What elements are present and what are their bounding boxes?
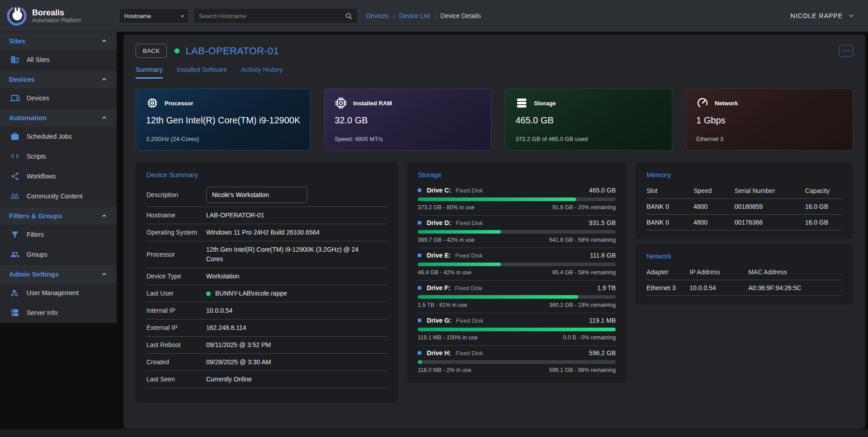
drive-used: 1.5 TB - 81% in use bbox=[418, 302, 467, 308]
nav-item-label: Community Content bbox=[27, 193, 83, 200]
drive-type: Fixed Disk bbox=[456, 220, 483, 226]
drive-usage-bar bbox=[418, 328, 616, 331]
memory-table-row: BANK 0 4800 00176366 16.0 GB bbox=[646, 215, 842, 230]
drive-size: 931.5 GB bbox=[589, 219, 616, 226]
breadcrumb-device-list[interactable]: Device List bbox=[399, 12, 430, 19]
network-table-row: Ethernet 3 10.0.0.54 A0:36:9F:94:26:5C bbox=[646, 280, 842, 296]
sidebar-section-filters-groups: Filters & Groups Filters Groups bbox=[0, 207, 117, 265]
drive-used: 116.0 MB - 2% in use bbox=[418, 367, 472, 373]
sidebar-item-groups[interactable]: Groups bbox=[0, 244, 117, 264]
nav-item-label: Devices bbox=[27, 94, 49, 102]
cell-mac: A0:36:9F:94:26:5C bbox=[748, 284, 842, 291]
drive-type: Fixed Disk bbox=[456, 317, 483, 324]
back-button[interactable]: BACK bbox=[136, 44, 167, 58]
tab-summary[interactable]: Summary bbox=[136, 66, 163, 79]
drive-size: 111.8 GB bbox=[590, 252, 616, 259]
user-menu[interactable]: NICOLE RAPPE bbox=[791, 12, 854, 19]
stat-card-network: Network 1 Gbps Ethernet 3 bbox=[686, 89, 853, 150]
drive-remaining: 0.0 B - 0% remaining bbox=[563, 334, 616, 341]
nav-item-label: Scripts bbox=[27, 153, 46, 160]
drive-type: Fixed Disk bbox=[456, 350, 483, 357]
drive-name: Drive D: bbox=[427, 219, 451, 226]
summary-row-hostname: Hostname LAB-OPERATOR-01 bbox=[146, 207, 387, 224]
summary-row-device-type: Device Type Workstation bbox=[146, 268, 387, 285]
row-value: 09/11/2025 @ 3:52 PM bbox=[206, 340, 387, 350]
sidebar-item-filters[interactable]: Filters bbox=[0, 225, 117, 244]
stat-cards: Processor 12th Gen Intel(R) Core(TM) i9-… bbox=[136, 89, 853, 150]
nav-item-label: User Management bbox=[27, 289, 79, 296]
stat-label: Storage bbox=[534, 100, 556, 107]
sidebar-item-devices[interactable]: Devices bbox=[0, 88, 117, 108]
memory-table-row: BANK 0 4800 00180859 16.0 GB bbox=[646, 199, 842, 215]
network-table-header: Adapter IP Address MAC Address bbox=[646, 264, 842, 280]
sidebar-header-admin-settings[interactable]: Admin Settings bbox=[0, 265, 117, 283]
right-column: Memory Slot Speed Serial Number Capacity… bbox=[636, 162, 853, 305]
nav-item-label: Server Info bbox=[27, 309, 57, 316]
device-details-card: BACK LAB-OPERATOR-01 ⋯ Summary Installed… bbox=[123, 34, 865, 429]
breadcrumb-devices[interactable]: Devices bbox=[366, 12, 389, 19]
tab-activity-history[interactable]: Activity History bbox=[241, 66, 283, 79]
stat-footer: 3.20GHz (24-Cores) bbox=[146, 136, 300, 142]
stat-value: 12th Gen Intel(R) Core(TM) i9-12900K bbox=[146, 115, 300, 126]
filter-select-value: Hostname bbox=[124, 13, 151, 19]
sidebar-item-scheduled-jobs[interactable]: Scheduled Jobs bbox=[0, 127, 117, 146]
user-gear-icon bbox=[10, 288, 19, 297]
drive-remaining: 65.4 GB - 58% remaining bbox=[552, 269, 616, 276]
sidebar-header-automation[interactable]: Automation bbox=[0, 108, 117, 127]
row-label: Device Type bbox=[146, 272, 200, 281]
panel-title: Network bbox=[646, 252, 842, 260]
tab-installed-software[interactable]: Installed Software bbox=[177, 66, 227, 79]
breadcrumb-separator: › bbox=[434, 12, 436, 20]
cell-speed: 4800 bbox=[693, 203, 735, 210]
nav-item-label: Scheduled Jobs bbox=[27, 133, 72, 140]
sidebar-section-admin-settings: Admin Settings User Management Server In… bbox=[0, 265, 117, 323]
sidebar-item-community-content[interactable]: Community Content bbox=[0, 186, 117, 206]
memory-panel: Memory Slot Speed Serial Number Capacity… bbox=[636, 162, 853, 239]
user-name: NICOLE RAPPE bbox=[791, 12, 843, 19]
sidebar-item-all-sites[interactable]: All Sites bbox=[0, 50, 117, 70]
sidebar-item-server-info[interactable]: Server Info bbox=[0, 303, 117, 323]
hostname-filter-select[interactable]: Hostname ▾ bbox=[119, 8, 189, 23]
brand-name: Borealis bbox=[32, 8, 81, 18]
section-label: Sites bbox=[9, 37, 25, 45]
row-value: 10.0.0.54 bbox=[206, 306, 387, 315]
sidebar-header-devices[interactable]: Devices bbox=[0, 70, 117, 88]
row-value: LAB-OPERATOR-01 bbox=[206, 211, 387, 220]
drive-remaining: 360.2 GB - 19% remaining bbox=[549, 302, 616, 308]
footer-strip bbox=[0, 429, 868, 437]
drive-used: 389.7 GB - 42% in use bbox=[418, 237, 475, 243]
sidebar-item-user-management[interactable]: User Management bbox=[0, 283, 117, 303]
memory-table-header: Slot Speed Serial Number Capacity bbox=[646, 183, 842, 199]
summary-row-os: Operating System Windows 11 Pro 24H2 Bui… bbox=[146, 224, 387, 241]
drive-size: 1.9 TB bbox=[597, 284, 616, 291]
description-input[interactable] bbox=[206, 187, 307, 203]
drive-bullet-icon bbox=[418, 221, 421, 225]
nav-item-label: Groups bbox=[27, 251, 47, 258]
caret-down-icon: ▾ bbox=[181, 14, 184, 19]
building-icon bbox=[10, 55, 19, 64]
section-label: Admin Settings bbox=[9, 270, 59, 278]
brand-logo[interactable]: Borealis Automation Platform bbox=[0, 5, 117, 27]
more-options-button[interactable]: ⋯ bbox=[839, 45, 853, 57]
breadcrumb-separator: › bbox=[393, 12, 395, 20]
row-value: Workstation bbox=[206, 272, 387, 281]
sidebar-header-filters-groups[interactable]: Filters & Groups bbox=[0, 207, 117, 225]
groups-icon bbox=[10, 250, 19, 259]
drive-name: Drive C: bbox=[427, 187, 451, 194]
drive-row-c: Drive C: Fixed Disk 465.0 GB 373.2 GB - … bbox=[418, 183, 616, 216]
drive-type: Fixed Disk bbox=[455, 285, 482, 291]
sidebar-header-sites[interactable]: Sites bbox=[0, 32, 117, 50]
sidebar-item-workflows[interactable]: Workflows bbox=[0, 166, 117, 186]
sidebar-item-scripts[interactable]: Scripts bbox=[0, 146, 117, 166]
drive-remaining: 91.8 GB - 20% remaining bbox=[552, 204, 616, 211]
section-label: Automation bbox=[9, 114, 47, 122]
sidebar-section-automation: Automation Scheduled Jobs Scripts Workfl… bbox=[0, 108, 117, 207]
search-input[interactable] bbox=[199, 13, 345, 19]
panel-title: Device Summary bbox=[146, 171, 387, 179]
drive-name: Drive G: bbox=[427, 317, 451, 324]
column-header: Slot bbox=[646, 187, 693, 194]
search-icon bbox=[345, 12, 353, 20]
devices-icon bbox=[10, 94, 19, 103]
row-label: Internal IP bbox=[146, 306, 200, 315]
search-box[interactable] bbox=[193, 8, 358, 23]
